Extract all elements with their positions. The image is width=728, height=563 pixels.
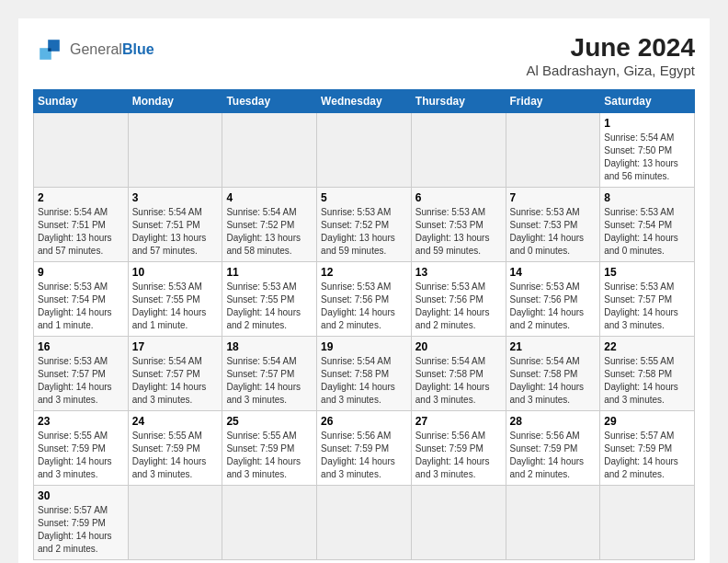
calendar-cell xyxy=(317,113,412,188)
day-header-wednesday: Wednesday xyxy=(317,90,412,113)
calendar-cell: 14Sunrise: 5:53 AM Sunset: 7:56 PM Dayli… xyxy=(506,262,600,337)
day-number: 4 xyxy=(226,191,313,204)
day-number: 16 xyxy=(38,340,124,353)
day-number: 9 xyxy=(38,266,124,279)
calendar-cell: 19Sunrise: 5:54 AM Sunset: 7:58 PM Dayli… xyxy=(317,337,412,411)
calendar-header: SundayMondayTuesdayWednesdayThursdayFrid… xyxy=(34,90,695,113)
calendar-cell: 2Sunrise: 5:54 AM Sunset: 7:51 PM Daylig… xyxy=(34,188,129,262)
calendar-cell xyxy=(128,486,222,560)
day-info: Sunrise: 5:53 AM Sunset: 7:54 PM Dayligh… xyxy=(38,281,124,332)
calendar-cell: 27Sunrise: 5:56 AM Sunset: 7:59 PM Dayli… xyxy=(411,411,506,486)
calendar-cell xyxy=(600,486,695,560)
day-number: 11 xyxy=(226,266,313,279)
day-info: Sunrise: 5:55 AM Sunset: 7:59 PM Dayligh… xyxy=(132,430,219,481)
calendar-cell: 13Sunrise: 5:53 AM Sunset: 7:56 PM Dayli… xyxy=(411,262,506,337)
day-number: 2 xyxy=(38,191,124,204)
day-number: 27 xyxy=(415,415,502,428)
calendar-cell: 23Sunrise: 5:55 AM Sunset: 7:59 PM Dayli… xyxy=(34,411,129,486)
day-number: 30 xyxy=(38,489,124,502)
day-info: Sunrise: 5:53 AM Sunset: 7:56 PM Dayligh… xyxy=(510,281,597,332)
day-number: 8 xyxy=(604,191,690,204)
day-number: 29 xyxy=(604,415,690,428)
day-header-sunday: Sunday xyxy=(34,90,129,113)
calendar-table: SundayMondayTuesdayWednesdayThursdayFrid… xyxy=(33,89,695,560)
day-info: Sunrise: 5:54 AM Sunset: 7:51 PM Dayligh… xyxy=(38,206,124,258)
calendar-cell xyxy=(411,113,506,188)
day-header-tuesday: Tuesday xyxy=(222,90,317,113)
calendar-cell: 24Sunrise: 5:55 AM Sunset: 7:59 PM Dayli… xyxy=(128,411,222,486)
logo: GeneralBlue xyxy=(33,33,154,66)
day-info: Sunrise: 5:53 AM Sunset: 7:52 PM Dayligh… xyxy=(321,206,407,258)
calendar-cell: 21Sunrise: 5:54 AM Sunset: 7:58 PM Dayli… xyxy=(506,337,600,411)
day-number: 17 xyxy=(132,340,219,353)
day-info: Sunrise: 5:54 AM Sunset: 7:58 PM Dayligh… xyxy=(321,355,407,407)
calendar-cell xyxy=(506,486,600,560)
day-info: Sunrise: 5:54 AM Sunset: 7:57 PM Dayligh… xyxy=(132,355,219,407)
calendar-cell: 16Sunrise: 5:53 AM Sunset: 7:57 PM Dayli… xyxy=(34,337,129,411)
day-number: 13 xyxy=(415,266,502,279)
calendar-cell: 18Sunrise: 5:54 AM Sunset: 7:57 PM Dayli… xyxy=(222,337,317,411)
calendar-cell xyxy=(222,113,317,188)
day-info: Sunrise: 5:53 AM Sunset: 7:55 PM Dayligh… xyxy=(226,281,313,332)
calendar-week-3: 9Sunrise: 5:53 AM Sunset: 7:54 PM Daylig… xyxy=(34,262,695,337)
day-info: Sunrise: 5:56 AM Sunset: 7:59 PM Dayligh… xyxy=(510,430,597,481)
calendar-cell: 6Sunrise: 5:53 AM Sunset: 7:53 PM Daylig… xyxy=(411,188,506,262)
day-info: Sunrise: 5:54 AM Sunset: 7:58 PM Dayligh… xyxy=(510,355,597,407)
day-info: Sunrise: 5:56 AM Sunset: 7:59 PM Dayligh… xyxy=(415,430,502,481)
calendar-cell: 20Sunrise: 5:54 AM Sunset: 7:58 PM Dayli… xyxy=(411,337,506,411)
calendar-cell xyxy=(128,113,222,188)
day-info: Sunrise: 5:53 AM Sunset: 7:57 PM Dayligh… xyxy=(38,355,124,407)
day-info: Sunrise: 5:55 AM Sunset: 7:59 PM Dayligh… xyxy=(38,430,124,481)
day-number: 7 xyxy=(510,191,597,204)
day-header-thursday: Thursday xyxy=(411,90,506,113)
day-number: 19 xyxy=(321,340,407,353)
day-info: Sunrise: 5:53 AM Sunset: 7:56 PM Dayligh… xyxy=(321,281,407,332)
calendar-cell: 1Sunrise: 5:54 AM Sunset: 7:50 PM Daylig… xyxy=(600,113,695,188)
day-number: 5 xyxy=(321,191,407,204)
day-info: Sunrise: 5:55 AM Sunset: 7:59 PM Dayligh… xyxy=(226,430,313,481)
day-header-monday: Monday xyxy=(128,90,222,113)
day-number: 15 xyxy=(604,266,690,279)
calendar-cell xyxy=(34,113,129,188)
calendar-cell: 9Sunrise: 5:53 AM Sunset: 7:54 PM Daylig… xyxy=(34,262,129,337)
calendar-week-4: 16Sunrise: 5:53 AM Sunset: 7:57 PM Dayli… xyxy=(34,337,695,411)
day-info: Sunrise: 5:54 AM Sunset: 7:58 PM Dayligh… xyxy=(415,355,502,407)
day-info: Sunrise: 5:54 AM Sunset: 7:52 PM Dayligh… xyxy=(226,206,313,258)
day-info: Sunrise: 5:55 AM Sunset: 7:58 PM Dayligh… xyxy=(604,355,690,407)
day-info: Sunrise: 5:53 AM Sunset: 7:53 PM Dayligh… xyxy=(415,206,502,258)
calendar-subtitle: Al Badrashayn, Giza, Egypt xyxy=(527,63,695,78)
calendar-cell: 30Sunrise: 5:57 AM Sunset: 7:59 PM Dayli… xyxy=(34,486,129,560)
calendar-cell xyxy=(317,486,412,560)
day-number: 24 xyxy=(132,415,219,428)
day-number: 6 xyxy=(415,191,502,204)
day-number: 22 xyxy=(604,340,690,353)
calendar-cell: 17Sunrise: 5:54 AM Sunset: 7:57 PM Dayli… xyxy=(128,337,222,411)
day-info: Sunrise: 5:57 AM Sunset: 7:59 PM Dayligh… xyxy=(38,504,124,556)
day-info: Sunrise: 5:57 AM Sunset: 7:59 PM Dayligh… xyxy=(604,430,690,481)
calendar-cell: 12Sunrise: 5:53 AM Sunset: 7:56 PM Dayli… xyxy=(317,262,412,337)
calendar-cell: 15Sunrise: 5:53 AM Sunset: 7:57 PM Dayli… xyxy=(600,262,695,337)
day-number: 25 xyxy=(226,415,313,428)
calendar-body: 1Sunrise: 5:54 AM Sunset: 7:50 PM Daylig… xyxy=(34,113,695,560)
calendar-cell: 4Sunrise: 5:54 AM Sunset: 7:52 PM Daylig… xyxy=(222,188,317,262)
day-number: 14 xyxy=(510,266,597,279)
calendar-cell: 5Sunrise: 5:53 AM Sunset: 7:52 PM Daylig… xyxy=(317,188,412,262)
calendar-cell: 11Sunrise: 5:53 AM Sunset: 7:55 PM Dayli… xyxy=(222,262,317,337)
calendar-week-5: 23Sunrise: 5:55 AM Sunset: 7:59 PM Dayli… xyxy=(34,411,695,486)
calendar-cell: 7Sunrise: 5:53 AM Sunset: 7:53 PM Daylig… xyxy=(506,188,600,262)
day-info: Sunrise: 5:53 AM Sunset: 7:56 PM Dayligh… xyxy=(415,281,502,332)
day-number: 18 xyxy=(226,340,313,353)
day-info: Sunrise: 5:53 AM Sunset: 7:55 PM Dayligh… xyxy=(132,281,219,332)
day-info: Sunrise: 5:54 AM Sunset: 7:51 PM Dayligh… xyxy=(132,206,219,258)
day-info: Sunrise: 5:53 AM Sunset: 7:57 PM Dayligh… xyxy=(604,281,690,332)
day-info: Sunrise: 5:53 AM Sunset: 7:53 PM Dayligh… xyxy=(510,206,597,258)
day-number: 12 xyxy=(321,266,407,279)
day-info: Sunrise: 5:54 AM Sunset: 7:57 PM Dayligh… xyxy=(226,355,313,407)
day-number: 3 xyxy=(132,191,219,204)
header: GeneralBlue June 2024 Al Badrashayn, Giz… xyxy=(33,33,695,78)
day-number: 26 xyxy=(321,415,407,428)
calendar-cell: 25Sunrise: 5:55 AM Sunset: 7:59 PM Dayli… xyxy=(222,411,317,486)
day-number: 10 xyxy=(132,266,219,279)
calendar-cell: 10Sunrise: 5:53 AM Sunset: 7:55 PM Dayli… xyxy=(128,262,222,337)
logo-text: GeneralBlue xyxy=(70,41,154,58)
